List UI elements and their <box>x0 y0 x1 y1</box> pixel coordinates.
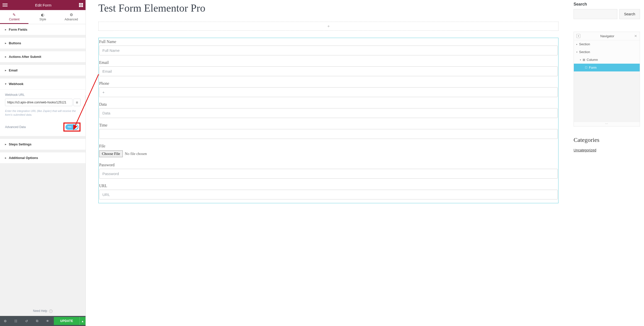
field-label-time: Time <box>99 123 558 129</box>
field-label-url: URL <box>99 184 558 190</box>
navigator-panel: ▾ Navigator ✕ ▸ Section ▾ Section ▾ ▥ Co… <box>574 32 640 127</box>
navigator-empty-area <box>574 71 640 122</box>
caret-up-icon: ▴ <box>82 319 84 323</box>
search-heading: Search <box>574 2 640 7</box>
need-help-text: Need Help <box>33 309 47 313</box>
footer-settings-button[interactable]: ⚙ <box>0 316 11 326</box>
phone-input[interactable] <box>99 87 558 97</box>
email-input[interactable] <box>99 66 558 76</box>
navigator-resize-handle[interactable]: ⋯ <box>574 122 640 126</box>
caret-down-icon: ▾ <box>580 59 581 61</box>
section-form-fields[interactable]: Form Fields <box>0 24 86 35</box>
navigator-close[interactable]: ✕ <box>634 34 637 38</box>
gear-icon: ⚙ <box>4 319 7 323</box>
column-icon: ▥ <box>583 58 585 61</box>
field-label-data: Data <box>99 102 558 108</box>
editor-panel: Edit Form ✎ Content ◐ Style ⚙ Advanced F… <box>0 0 86 326</box>
full-name-input[interactable] <box>99 46 558 55</box>
navigator-title: Navigator <box>580 34 634 38</box>
dynamic-tags-button[interactable]: ≣ <box>73 99 80 106</box>
advanced-data-toggle[interactable]: YES <box>65 124 78 130</box>
categories-block: Categories Uncategorized <box>574 137 640 152</box>
help-question-icon: ? <box>49 309 53 313</box>
field-label-phone: Phone <box>99 81 558 87</box>
update-button[interactable]: UPDATE <box>54 317 79 325</box>
panel-sections-scroll[interactable]: Form Fields Buttons Actions After Submit… <box>0 24 86 306</box>
field-label-password: Password <box>99 163 558 169</box>
pencil-icon: ✎ <box>0 13 28 17</box>
nav-item-label: Section <box>579 50 590 54</box>
layers-icon: ☷ <box>14 319 17 323</box>
search-button[interactable]: Search <box>619 9 640 19</box>
nav-item-label: Column <box>587 58 598 62</box>
eye-icon: 👁 <box>46 319 49 323</box>
section-webhook[interactable]: Webhook <box>0 78 86 90</box>
nav-item-column[interactable]: ▾ ▥ Column <box>574 56 640 64</box>
time-input[interactable] <box>99 129 558 139</box>
nav-item-label: Section <box>579 42 590 46</box>
data-input[interactable] <box>99 108 558 118</box>
category-link-uncategorized[interactable]: Uncategorized <box>574 148 596 152</box>
section-email[interactable]: Email <box>0 65 86 76</box>
field-label-file: File <box>99 144 558 150</box>
navigator-tree: ▸ Section ▾ Section ▾ ▥ Column ☐ Form <box>574 40 640 71</box>
choose-file-button[interactable]: Choose File <box>99 150 123 157</box>
tab-label: Content <box>9 18 20 21</box>
tab-label: Style <box>39 18 46 21</box>
section-steps-settings[interactable]: Steps Settings <box>0 139 86 150</box>
caret-down-icon: ▾ <box>576 51 578 53</box>
categories-title: Categories <box>574 137 640 143</box>
widgets-grid-icon[interactable] <box>79 3 83 7</box>
history-icon: ↺ <box>25 319 28 323</box>
section-actions-after-submit[interactable]: Actions After Submit <box>0 51 86 62</box>
footer-responsive-button[interactable]: ⧉ <box>32 316 42 326</box>
hamburger-icon[interactable] <box>3 4 8 7</box>
nav-item-section[interactable]: ▸ Section <box>574 40 640 48</box>
panel-footer: ⚙ ☷ ↺ ⧉ 👁 UPDATE ▴ <box>0 316 86 326</box>
tab-label: Advanced <box>65 18 78 21</box>
panel-tabs: ✎ Content ◐ Style ⚙ Advanced <box>0 10 86 24</box>
editor-canvas[interactable]: Test Form Elementor Pro ＋ Full Name Emai… <box>86 0 571 326</box>
nav-item-section[interactable]: ▾ Section <box>574 48 640 56</box>
search-input[interactable] <box>574 9 617 19</box>
add-section-button[interactable]: ＋ <box>98 22 558 31</box>
field-label-email: Email <box>99 60 558 66</box>
tab-content[interactable]: ✎ Content <box>0 10 28 24</box>
footer-revisions-button[interactable]: ☷ <box>11 316 21 326</box>
panel-header: Edit Form <box>0 0 86 10</box>
caret-down-icon: ▾ <box>578 35 579 37</box>
url-input[interactable] <box>99 190 558 199</box>
devices-icon: ⧉ <box>36 319 38 323</box>
toggle-yes-text: YES <box>67 126 71 128</box>
webhook-url-help: Enter the integration URL (like Zapier) … <box>5 109 80 117</box>
annotation-highlight: YES <box>63 123 80 132</box>
plus-icon: ＋ <box>327 24 331 29</box>
caret-right-icon: ▸ <box>576 43 578 46</box>
nav-item-form[interactable]: ☐ Form <box>574 64 640 71</box>
contrast-circle-icon: ◐ <box>28 13 57 17</box>
page-sidebar: Search Search ▾ Navigator ✕ ▸ Section ▾ … <box>571 0 644 326</box>
advanced-data-label: Advanced Data <box>5 125 26 129</box>
need-help[interactable]: Need Help ? <box>0 306 86 316</box>
footer-preview-button[interactable]: 👁 <box>42 316 53 326</box>
database-icon: ≣ <box>76 101 78 104</box>
panel-title: Edit Form <box>8 3 79 7</box>
page-title: Test Form Elementor Pro <box>98 2 558 14</box>
webhook-url-input[interactable] <box>5 99 72 106</box>
form-icon: ☐ <box>585 66 587 69</box>
close-icon: ✕ <box>634 34 637 38</box>
tab-style[interactable]: ◐ Style <box>28 10 57 24</box>
field-label-full-name: Full Name <box>99 39 558 46</box>
section-buttons[interactable]: Buttons <box>0 38 86 49</box>
password-input[interactable] <box>99 169 558 179</box>
navigator-collapse-all[interactable]: ▾ <box>576 34 580 38</box>
file-chosen-status: No file chosen <box>125 152 147 156</box>
webhook-url-label: Webhook URL <box>5 93 80 97</box>
footer-history-button[interactable]: ↺ <box>21 316 32 326</box>
form-widget[interactable]: Full Name Email Phone Data Time File <box>98 38 558 203</box>
section-webhook-body: Webhook URL ≣ Enter the integration URL … <box>0 90 86 136</box>
update-options-button[interactable]: ▴ <box>79 317 86 325</box>
tab-advanced[interactable]: ⚙ Advanced <box>57 10 86 24</box>
section-additional-options[interactable]: Additional Options <box>0 152 86 164</box>
gear-icon: ⚙ <box>57 13 86 17</box>
